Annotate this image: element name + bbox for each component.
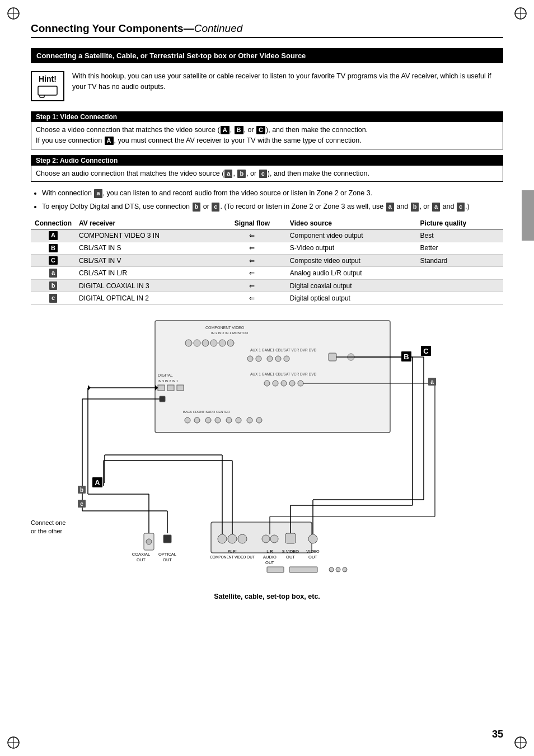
cell-flow: ⇐ [218, 267, 287, 279]
step2-content: Choose an audio connection that matches … [31, 166, 503, 182]
bullet2-badge-a1: a [386, 203, 394, 211]
step1-line2-post: , you must connect the AV receiver to yo… [114, 137, 362, 144]
cell-receiver: DIGITAL OPTICAL IN 2 [76, 292, 218, 304]
svg-point-49 [215, 417, 221, 423]
svg-rect-16 [155, 321, 390, 433]
svg-text:OUT: OUT [163, 557, 172, 562]
corner-mark-br [513, 735, 528, 750]
svg-point-40 [264, 381, 270, 386]
cell-source: Component video output [287, 229, 417, 242]
svg-point-21 [202, 340, 209, 346]
svg-point-82 [343, 567, 347, 572]
svg-point-46 [185, 417, 190, 423]
badge-c-row: c [49, 294, 57, 302]
cell-conn: c [31, 292, 76, 304]
step1-line1-end: ), and then make the connection. [266, 126, 368, 134]
cell-flow: ⇐ [218, 292, 287, 304]
cell-conn: b [31, 279, 76, 292]
hint-label: Hint! [39, 74, 57, 83]
badge-C: C [256, 126, 265, 134]
bullet-1: With connection a, you can listen to and… [42, 187, 503, 199]
svg-text:A: A [95, 478, 100, 487]
section-box: Connecting a Satellite, Cable, or Terres… [31, 48, 503, 63]
badge-A: A [221, 126, 229, 134]
svg-point-62 [218, 534, 227, 543]
col-picture-quality: Picture quality [417, 218, 503, 229]
svg-text:AUX 1  GAME1  CBL/SAT  VCR DVR: AUX 1 GAME1 CBL/SAT VCR DVR DVD [250, 372, 317, 376]
diagram-area: COMPONENT VIDEO IN 3 IN 2 IN 1 MONITOR A… [31, 315, 503, 589]
svg-point-56 [146, 539, 152, 544]
page-container: Connecting Your Components—Continued Con… [0, 0, 534, 756]
step2-sep2: , or [246, 170, 259, 177]
cell-quality [417, 292, 503, 304]
svg-point-19 [185, 340, 192, 346]
svg-point-64 [238, 534, 247, 543]
svg-point-51 [236, 417, 241, 423]
svg-text:OUT: OUT [137, 557, 146, 562]
bullet2-badge-a2: a [432, 203, 440, 211]
svg-point-53 [256, 417, 262, 423]
corner-mark-bl [6, 735, 21, 750]
badge-b: b [237, 170, 246, 178]
badge-B: B [235, 126, 243, 134]
connect-label: Connect oneor the other [31, 519, 65, 536]
title-text: Connecting Your Components [31, 22, 184, 34]
svg-text:c: c [80, 501, 83, 507]
section-title: Connecting a Satellite, Cable, or Terres… [33, 50, 501, 61]
cell-source: Digital coaxial output [287, 279, 417, 292]
svg-point-47 [194, 417, 200, 423]
step2-sep1: , [233, 170, 237, 177]
col-signal-flow: Signal flow [218, 218, 287, 229]
svg-rect-37 [177, 385, 184, 391]
badge-A2: A [105, 137, 114, 145]
svg-point-26 [247, 356, 253, 361]
step1-sep1: , [230, 126, 234, 134]
svg-rect-36 [167, 385, 174, 391]
svg-point-20 [194, 340, 200, 346]
cell-receiver: CBL/SAT IN L/R [76, 267, 218, 279]
svg-text:IN 3   IN 2   IN 1: IN 3 IN 2 IN 1 [158, 379, 179, 383]
svg-text:L    R: L R [266, 549, 273, 554]
connection-table: Connection AV receiver Signal flow Video… [31, 218, 503, 304]
svg-text:OPTICAL: OPTICAL [158, 552, 176, 557]
svg-rect-35 [158, 385, 165, 391]
svg-text:COAXIAL: COAXIAL [132, 552, 151, 557]
svg-point-28 [267, 356, 273, 361]
svg-rect-38 [160, 396, 165, 402]
cell-source: S-Video output [287, 242, 417, 254]
bullet2-badge-c2: c [457, 203, 465, 211]
corner-mark-tr [513, 6, 528, 21]
cell-quality: Standard [417, 255, 503, 267]
svg-text:AUDIO: AUDIO [263, 555, 277, 560]
table-row: a CBL/SAT IN L/R ⇐ Analog audio L/R outp… [31, 267, 503, 279]
svg-rect-59 [163, 535, 171, 543]
title-continued: Continued [194, 22, 243, 34]
step1-line1-pre: Choose a video connection that matches t… [36, 126, 220, 134]
table-row: b DIGITAL COAXIAL IN 3 ⇐ Digital coaxial… [31, 279, 503, 292]
bottom-label: Satellite, cable, set-top box, etc. [31, 593, 503, 600]
svg-point-41 [273, 381, 278, 386]
col-connection: Connection [31, 218, 76, 229]
side-tab [522, 190, 534, 241]
step2-title: Step 2: Audio Connection [31, 156, 503, 166]
svg-point-50 [226, 417, 232, 423]
svg-point-27 [256, 356, 261, 361]
badge-b-row: b [49, 281, 58, 290]
cell-receiver: COMPONENT VIDEO 3 IN [76, 229, 218, 242]
bullet1-badge-a: a [94, 189, 102, 198]
step1-content: Choose a video connection that matches t… [31, 122, 503, 149]
col-video-source: Video source [287, 218, 417, 229]
page-number: 35 [492, 729, 503, 740]
badge-B-row: B [49, 244, 58, 252]
cell-conn: a [31, 267, 76, 279]
svg-text:OUT: OUT [286, 555, 295, 560]
hint-text: With this hookup, you can use your satel… [72, 71, 503, 92]
bullet-list: With connection a, you can listen to and… [42, 187, 503, 212]
svg-point-23 [219, 340, 226, 346]
step2-box: Step 2: Audio Connection Choose an audio… [31, 155, 503, 182]
cell-flow: ⇐ [218, 255, 287, 267]
step2-line1-end: ), and then make the connection. [268, 170, 369, 177]
bullet-2: To enjoy Dolby Digital and DTS, use conn… [42, 201, 503, 212]
svg-point-30 [284, 356, 289, 361]
step1-box: Step 1: Video Connection Choose a video … [31, 111, 503, 149]
